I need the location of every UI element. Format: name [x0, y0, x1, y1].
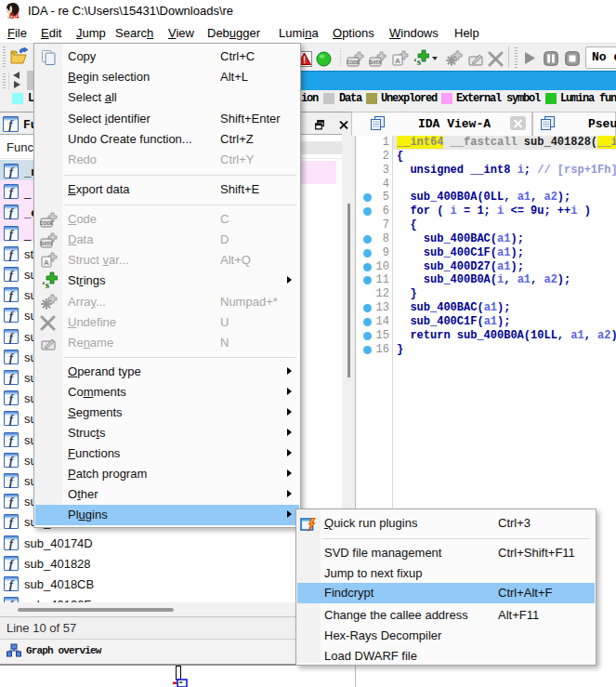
svg-text:DATA: DATA [40, 241, 53, 246]
svg-text:CODE: CODE [347, 59, 360, 65]
svg-text:DATA: DATA [369, 59, 382, 65]
svg-text:‘s: ‘s [42, 279, 50, 290]
svg-text:A: A [395, 57, 400, 65]
svg-text:64: 64 [9, 10, 20, 20]
svg-text:A: A [44, 258, 49, 267]
svg-text:CODE: CODE [40, 220, 54, 226]
svg-text:‘s: ‘s [413, 56, 422, 67]
